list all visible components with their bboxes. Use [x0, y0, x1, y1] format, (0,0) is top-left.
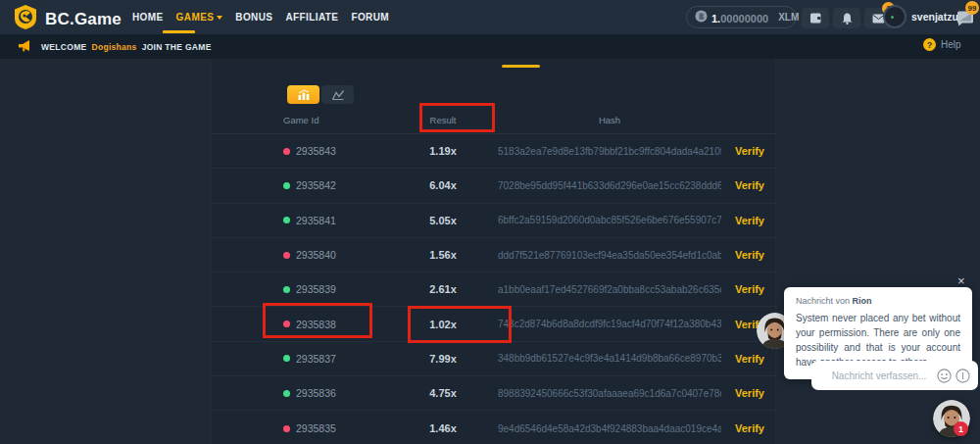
bell-icon — [842, 13, 853, 25]
result-multiplier: 1.46x — [388, 422, 498, 434]
result-multiplier: 2.61x — [388, 283, 498, 295]
result-status-dot — [283, 252, 290, 259]
emoji-icon[interactable] — [937, 369, 952, 383]
table-row: 2935840 1.56x ddd7f521e87769103ecf94ea35… — [212, 238, 777, 272]
table-row: 2935842 6.04x 7028be95dd95f441b633d6d296… — [212, 169, 777, 203]
top-header: BC.Game HOME GAMES BONUS AFFILIATE FORUM… — [0, 0, 980, 34]
nav-bonus[interactable]: BONUS — [235, 12, 272, 23]
welcome-player-name: Dogishans — [91, 42, 136, 52]
user-avatar — [883, 5, 906, 28]
currency-label: XLM — [778, 12, 799, 23]
result-multiplier: 1.56x — [388, 249, 498, 261]
list-view-button[interactable] — [287, 85, 319, 104]
result-status-dot — [283, 425, 290, 432]
notifications-button[interactable] — [833, 8, 860, 28]
welcome-bar: WELCOME Dogishans JOIN THE GAME ? Help — [0, 34, 980, 59]
result-multiplier: 5.05x — [388, 215, 498, 226]
column-header-result: Result — [388, 115, 498, 125]
balance-selector[interactable]: 1.00000000 XLM — [686, 6, 797, 28]
question-icon: ? — [923, 38, 936, 51]
hash-value: 348bb9db61527e4c9f3e4a1414d9b8ba66ce8970… — [498, 353, 721, 364]
hash-value: a1bb0eaaf17ed4527669f2a0bba8cc53abab26c6… — [498, 284, 721, 295]
hash-value: 9e4d6546d4e58a42d3b4f924883baa4daac019ce… — [498, 423, 721, 434]
result-status-dot — [283, 148, 290, 155]
chat-unread-badge: 1 — [954, 421, 968, 436]
result-multiplier: 7.99x — [388, 353, 498, 365]
active-nav-underline — [163, 30, 195, 33]
hash-value: 8988392450666c53f30afaaaea69c1d6a7c0407e… — [498, 388, 721, 399]
active-tab-indicator — [502, 65, 540, 68]
message-from-line: Nachricht von Rion — [796, 296, 960, 306]
game-id-value: 2935835 — [296, 422, 336, 434]
game-history-panel: Game Id Result Hash 2935843 1.19x 5183a2… — [211, 59, 776, 444]
line-chart-icon — [331, 89, 345, 101]
megaphone-icon — [18, 39, 32, 57]
hash-value: 7028be95dd95f441b633d6d296e0ae15cc6238dd… — [498, 180, 721, 191]
result-multiplier: 4.75x — [388, 387, 498, 399]
table-row: 2935843 1.19x 5183a2ea7e9d8e13fb79bbf21b… — [212, 134, 777, 169]
hash-value: 5183a2ea7e9d8e13fb79bbf21bc9ffc804dada4a… — [498, 146, 721, 157]
column-header-game-id: Game Id — [270, 115, 388, 125]
result-multiplier: 1.02x — [388, 319, 498, 330]
welcome-message: WELCOME Dogishans JOIN THE GAME — [41, 42, 212, 52]
table-row: 2935836 4.75x 8988392450666c53f30afaaaea… — [212, 376, 777, 411]
game-id-value: 2935841 — [296, 215, 336, 226]
hash-value: 6bffc2a59159d2060d0abc85f526e6be676e5590… — [498, 215, 721, 225]
nav-home[interactable]: HOME — [132, 12, 164, 23]
game-id-value: 2935839 — [296, 283, 336, 295]
game-id-value: 2935843 — [296, 145, 336, 157]
game-id-value: 2935837 — [296, 353, 336, 365]
nav-forum[interactable]: FORUM — [351, 12, 389, 23]
table-row: 2935837 7.99x 348bb9db61527e4c9f3e4a1414… — [212, 342, 777, 376]
result-status-dot — [283, 286, 290, 293]
result-multiplier: 1.19x — [388, 145, 498, 157]
table-row: 2935838 1.02x 743c2d874b6d8a8dcdf9fc19ac… — [212, 307, 777, 341]
page: BC.Game HOME GAMES BONUS AFFILIATE FORUM… — [0, 0, 980, 444]
chat-input-bar — [811, 361, 978, 390]
wallet-button[interactable] — [802, 8, 829, 28]
result-status-dot — [283, 355, 290, 362]
verify-link[interactable]: Verify — [721, 215, 836, 226]
hash-value: 743c2d874b6d8a8dcdf9fc19acf4d70f74f12a38… — [498, 319, 721, 329]
main-nav: HOME GAMES BONUS AFFILIATE FORUM — [132, 0, 389, 34]
table-header-row: Game Id Result Hash — [212, 106, 777, 134]
result-multiplier: 6.04x — [388, 179, 498, 191]
brand-name: BC.Game — [45, 10, 122, 29]
nav-games[interactable]: GAMES — [176, 12, 223, 23]
trend-view-button[interactable] — [321, 85, 354, 104]
result-status-dot — [283, 321, 290, 327]
verify-link[interactable]: Verify — [721, 145, 836, 157]
game-id-value: 2935842 — [296, 179, 336, 191]
column-header-hash: Hash — [498, 115, 721, 125]
chat-close-button[interactable]: × — [957, 274, 965, 287]
coin-icon — [695, 9, 708, 26]
result-status-dot — [283, 182, 290, 189]
table-row: 2935841 5.05x 6bffc2a59159d2060d0abc85f5… — [212, 204, 777, 238]
balance-amount: 1. — [711, 13, 720, 25]
nav-affiliate[interactable]: AFFILIATE — [285, 12, 338, 23]
verify-link[interactable]: Verify — [721, 249, 836, 261]
sender-name: Rion — [853, 296, 872, 306]
attach-icon[interactable] — [956, 369, 970, 383]
table-row: 2935839 2.61x a1bb0eaaf17ed4527669f2a0bb… — [212, 272, 777, 307]
hash-value: ddd7f521e87769103ecf94ea35da50ee354efd1c… — [498, 250, 721, 261]
chat-badge: 99 — [965, 1, 979, 15]
brand-shield-icon — [13, 4, 38, 34]
game-id-value: 2935838 — [296, 319, 336, 330]
username-label: svenjatzu — [911, 11, 958, 23]
table-body: 2935843 1.19x 5183a2ea7e9d8e13fb79bbf21b… — [212, 134, 777, 444]
bar-chart-icon — [297, 89, 311, 101]
game-id-value: 2935840 — [296, 249, 336, 261]
verify-link[interactable]: Verify — [721, 422, 836, 434]
verify-link[interactable]: Verify — [721, 179, 836, 191]
wallet-icon — [809, 13, 822, 24]
chat-input[interactable] — [825, 370, 933, 381]
table-row: 2935835 1.46x 9e4d6546d4e58a42d3b4f92488… — [212, 411, 777, 444]
brand-logo[interactable]: BC.Game — [13, 4, 122, 34]
view-toggle-group — [287, 85, 354, 104]
chevron-down-icon — [217, 16, 222, 20]
game-id-value: 2935836 — [296, 387, 336, 399]
result-status-dot — [283, 390, 290, 397]
result-status-dot — [283, 217, 290, 223]
help-link[interactable]: ? Help — [923, 38, 961, 51]
